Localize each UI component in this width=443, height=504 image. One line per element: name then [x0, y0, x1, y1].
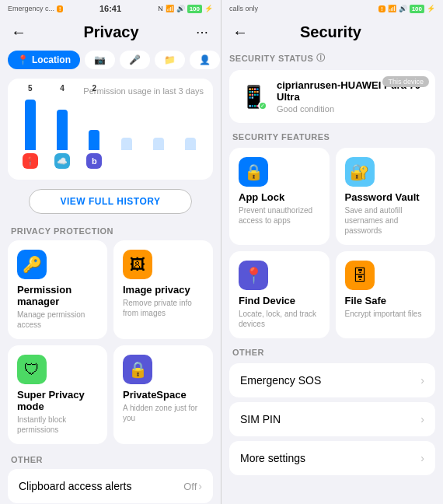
sim-pin-chevron: › — [420, 413, 424, 425]
chart-col-4 — [113, 93, 139, 169]
clipboard-label: Clipboard access alerts — [19, 480, 132, 492]
back-button-right[interactable]: ← — [232, 23, 248, 41]
chart-col-6 — [178, 93, 204, 169]
tab-camera[interactable]: 📷 — [85, 51, 115, 69]
security-grid: 🔒 App Lock Prevent unauthorized access t… — [229, 148, 435, 338]
device-icon-wrap: 📱 ✓ — [240, 82, 267, 110]
calls-only-text: calls only — [229, 5, 258, 12]
security-status-section: SECURITY STATUS ⓘ This device 📱 ✓ cipria… — [222, 47, 443, 129]
permission-desc: Manage permission access — [17, 310, 98, 330]
location-tab-icon: 📍 — [17, 54, 29, 65]
sim-pin-item[interactable]: SIM PIN › — [229, 402, 435, 436]
private-space-icon: 🔒 — [123, 355, 152, 384]
file-safe-desc: Encrypt important files — [345, 309, 427, 319]
super-privacy-icon: 🛡 — [17, 355, 47, 384]
camera-tab-icon: 📷 — [94, 54, 106, 65]
menu-button-left[interactable]: ⋯ — [196, 25, 210, 40]
image-privacy-icon: 🖼 — [123, 250, 152, 279]
sim-pin-label: SIM PIN — [240, 413, 281, 425]
bar-6 — [185, 138, 196, 150]
device-card[interactable]: This device 📱 ✓ ciprianrusen-HUAWEI Pura… — [229, 70, 435, 123]
nfc-icon: N — [158, 5, 163, 12]
privacy-header: ← Privacy ⋯ — [0, 17, 221, 47]
chart-area: 5 📍 4 ☁️ 2 b — [17, 102, 204, 172]
view-history-button[interactable]: VIEW FULL HISTORY — [29, 189, 193, 214]
app-lock-desc: Prevent unauthorized access to apps — [239, 205, 320, 226]
security-status-title: SECURITY STATUS ⓘ — [229, 52, 435, 70]
find-device-title: Find Device — [239, 295, 320, 306]
battery-icon-right: 100 — [410, 5, 424, 13]
permission-title: Permission manager — [17, 284, 98, 307]
sos-badge-right: ! — [378, 5, 385, 12]
permission-icon: 🔑 — [17, 250, 47, 279]
app-lock-title: App Lock — [239, 191, 320, 203]
app-icon-b: b — [86, 153, 102, 169]
status-bar-right: calls only 16:41 ! 📶 🔊 100 ⚡ — [222, 0, 443, 17]
password-vault-desc: Save and autofill usernames and password… — [345, 205, 427, 236]
tab-contacts[interactable]: 👤 — [190, 51, 220, 69]
other-title-right: OTHER — [229, 345, 435, 363]
app-icon-weather: ☁️ — [54, 153, 70, 169]
super-privacy-title: Super Privacy mode — [17, 389, 98, 412]
emergency-sos-item[interactable]: Emergency SOS › — [229, 363, 435, 397]
privacy-protection-header: PRIVACY PROTECTION — [0, 222, 221, 240]
permission-manager-card[interactable]: 🔑 Permission manager Manage permission a… — [8, 240, 107, 339]
password-vault-icon: 🔐 — [345, 157, 375, 187]
bar-label-2: 4 — [60, 84, 65, 93]
more-settings-chevron: › — [420, 452, 424, 464]
more-settings-item[interactable]: More settings › — [229, 441, 435, 475]
location-tab-label: Location — [32, 54, 71, 65]
app-lock-icon: 🔒 — [239, 157, 268, 187]
wifi-icon: 🔊 — [176, 5, 185, 12]
security-features-title: SECURITY FEATURES — [229, 129, 435, 148]
charging-icon: ⚡ — [204, 5, 213, 12]
this-device-badge: This device — [382, 76, 429, 87]
back-button-left[interactable]: ← — [11, 23, 26, 41]
password-vault-card[interactable]: 🔐 Password Vault Save and autofill usern… — [336, 148, 436, 245]
tab-bar-left: 📍 Location 📷 🎤 📁 👤 › — [0, 47, 221, 74]
security-features-section: SECURITY FEATURES 🔒 App Lock Prevent una… — [222, 129, 443, 345]
emergency-sos-label: Emergency SOS — [240, 374, 321, 387]
image-privacy-title: Image privacy — [123, 284, 204, 296]
image-privacy-card[interactable]: 🖼 Image privacy Remove private info from… — [113, 240, 213, 339]
view-history-wrap: VIEW FULL HISTORY — [0, 184, 221, 222]
app-lock-card[interactable]: 🔒 App Lock Prevent unauthorized access t… — [229, 148, 330, 245]
more-settings-label: More settings — [240, 452, 305, 464]
find-device-card[interactable]: 📍 Find Device Locate, lock, and track de… — [229, 251, 330, 338]
bar-4 — [121, 138, 132, 150]
bar-label-3: 2 — [92, 84, 97, 93]
tab-files[interactable]: 📁 — [155, 51, 185, 69]
tab-mic[interactable]: 🎤 — [120, 51, 150, 69]
info-icon[interactable]: ⓘ — [316, 52, 326, 64]
private-space-desc: A hidden zone just for you — [123, 403, 204, 423]
privacy-panel: Emergency c... ! 16:41 N 📶 🔊 100 ⚡ ← Pri… — [0, 0, 222, 504]
clipboard-alerts-item[interactable]: Clipboard access alerts Off › — [8, 469, 213, 503]
sos-badge: ! — [57, 5, 63, 12]
find-device-desc: Locate, lock, and track devices — [239, 309, 320, 329]
private-space-title: PrivateSpace — [123, 389, 204, 401]
bar-3 — [89, 130, 99, 150]
emergency-text: Emergency c... — [8, 5, 54, 12]
device-status-dot: ✓ — [258, 101, 267, 110]
file-safe-card[interactable]: 🗄 File Safe Encrypt important files — [336, 251, 436, 338]
bar-5 — [153, 138, 164, 150]
security-header: ← Security — [222, 17, 443, 47]
signal-icon: 📶 — [166, 5, 174, 12]
mic-tab-icon: 🎤 — [129, 54, 141, 65]
super-privacy-card[interactable]: 🛡 Super Privacy mode Instantly block per… — [8, 345, 107, 444]
clipboard-value: Off — [183, 481, 197, 492]
privacy-grid: 🔑 Permission manager Manage permission a… — [0, 240, 221, 450]
chart-col-1: 5 📍 — [17, 84, 43, 169]
image-privacy-desc: Remove private info from images — [123, 298, 204, 318]
private-space-card[interactable]: 🔒 PrivateSpace A hidden zone just for yo… — [113, 345, 213, 444]
device-condition: Good condition — [277, 104, 424, 114]
wifi-icon-right: 🔊 — [399, 5, 407, 12]
status-bar-left: Emergency c... ! 16:41 N 📶 🔊 100 ⚡ — [0, 0, 221, 17]
tab-location[interactable]: 📍 Location — [8, 51, 80, 69]
files-tab-icon: 📁 — [164, 54, 176, 65]
chart-title: Permission usage in last 3 days — [17, 86, 204, 96]
file-safe-icon: 🗄 — [345, 261, 375, 290]
bar-1 — [25, 100, 36, 150]
battery-icon: 100 — [187, 5, 202, 13]
super-privacy-desc: Instantly block permissions — [17, 415, 98, 435]
